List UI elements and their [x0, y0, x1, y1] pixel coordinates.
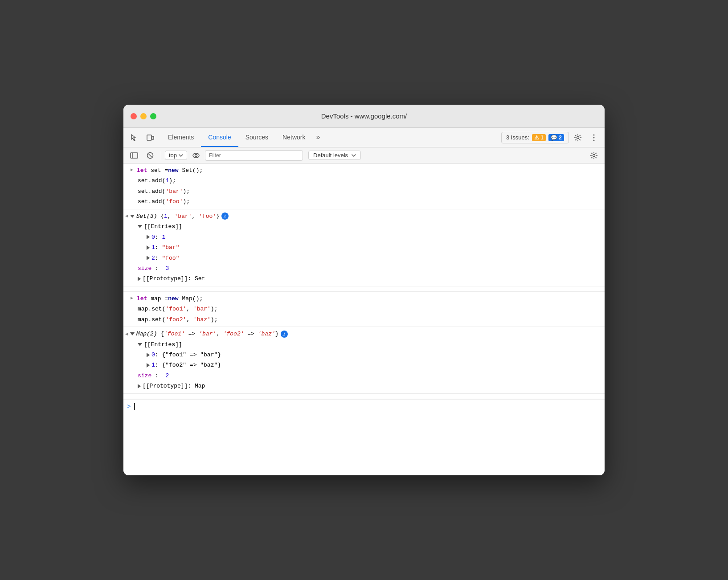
console-output[interactable]: ▶ let set = new Set(); set.add(1); set.a… [123, 163, 605, 475]
prototype-map-icon [138, 384, 141, 388]
context-label: top [169, 152, 177, 159]
entry-2[interactable]: 2 : "foo" [123, 253, 605, 263]
svg-rect-0 [147, 135, 151, 140]
dots-icon [590, 134, 598, 142]
context-dropdown[interactable]: top [165, 151, 187, 160]
svg-point-12 [593, 154, 595, 156]
map-entry-0-icon [147, 353, 150, 357]
console-settings-button[interactable] [587, 148, 601, 163]
devtools-window: DevTools - www.google.com/ Elements Cons [123, 105, 605, 475]
console-input-mapset1: map.set('foo1', 'bar'); [123, 304, 605, 314]
levels-dropdown[interactable]: Default levels [308, 151, 361, 160]
console-group-set: ▶ let set = new Set(); set.add(1); set.a… [123, 163, 605, 209]
inspect-cursor-button[interactable] [127, 131, 141, 145]
title-bar: DevTools - www.google.com/ [123, 105, 605, 128]
svg-point-11 [195, 154, 197, 156]
tab-bar: Elements Console Sources Network » 3 Iss… [123, 128, 605, 147]
svg-point-4 [593, 137, 595, 138]
prototype-set-icon [138, 277, 141, 281]
more-options-button[interactable] [587, 131, 601, 145]
cursor-blink [134, 403, 135, 410]
console-input-add2: set.add('bar'); [123, 186, 605, 196]
map-expand-icon [130, 332, 135, 335]
set-expand-icon [130, 215, 135, 218]
tab-console[interactable]: Console [201, 128, 238, 147]
maximize-button[interactable] [150, 113, 156, 119]
entry-2-icon [147, 256, 150, 260]
console-group-map: ▶ let map = new Map(); map.set('foo1', '… [123, 292, 605, 327]
console-input-set: ▶ let set = new Set(); [123, 165, 605, 176]
console-input-map: ▶ let map = new Map(); [123, 294, 605, 304]
main-tabs: Elements Console Sources Network » [161, 128, 501, 147]
svg-point-10 [193, 153, 199, 158]
entries-header[interactable]: [[Entries]] [123, 221, 605, 232]
close-button[interactable] [131, 113, 137, 119]
tab-network[interactable]: Network [275, 128, 312, 147]
console-toolbar: top Default levels [123, 147, 605, 163]
tab-bar-icons [127, 128, 157, 147]
separator-1 [161, 151, 161, 160]
map-entries-header[interactable]: [[Entries]] [123, 339, 605, 350]
console-input-mapset2: map.set('foo2', 'baz'); [123, 315, 605, 325]
settings-button[interactable] [571, 131, 585, 145]
cursor-icon [130, 134, 138, 142]
tab-bar-actions: 3 Issues: ⚠ 1 💬 2 [501, 128, 601, 147]
set-prototype[interactable]: [[Prototype]]: Set [123, 274, 605, 284]
chevron-down-icon [179, 154, 183, 157]
tab-elements[interactable]: Elements [161, 128, 201, 147]
map-entries-expand-icon [138, 343, 142, 346]
console-group-map-result: ◀ Map(2) { 'foo1' => 'bar' , 'foo2' => '… [123, 327, 605, 394]
entry-0-icon [147, 235, 150, 239]
spacer-1 [123, 286, 605, 292]
levels-chevron-icon [352, 154, 356, 157]
map-entry-1-icon [147, 363, 150, 368]
more-tabs-button[interactable]: » [312, 128, 323, 147]
issues-badge[interactable]: 3 Issues: ⚠ 1 💬 2 [501, 132, 569, 143]
issues-info-badge: 💬 2 [548, 134, 564, 141]
entry-1-icon [147, 245, 150, 250]
device-toggle-button[interactable] [143, 131, 157, 145]
svg-point-5 [593, 139, 595, 141]
prompt-symbol: > [127, 403, 131, 410]
info-icon-2[interactable]: i [281, 331, 288, 338]
map-prototype[interactable]: [[Prototype]]: Map [123, 381, 605, 391]
entry-1[interactable]: 1 : "bar" [123, 242, 605, 253]
console-input-add3: set.add('foo'); [123, 196, 605, 207]
filter-input[interactable] [205, 150, 303, 161]
console-prompt[interactable]: > [123, 399, 605, 414]
device-icon [146, 134, 154, 142]
minimize-button[interactable] [140, 113, 147, 119]
clear-icon [147, 152, 154, 159]
clear-console-button[interactable] [143, 148, 157, 163]
entries-expand-icon [138, 225, 142, 228]
entry-0[interactable]: 0 : 1 [123, 232, 605, 242]
map-entry-1[interactable]: 1 : {"foo2" => "baz"} [123, 360, 605, 370]
info-icon-1[interactable]: i [221, 212, 229, 220]
console-group-set-result: ◀ Set(3) { 1 , 'bar' , 'foo' } i [[Entri… [123, 209, 605, 286]
svg-line-9 [149, 154, 152, 157]
levels-label: Default levels [313, 152, 348, 159]
eye-icon [192, 152, 200, 159]
set-result-header[interactable]: ◀ Set(3) { 1 , 'bar' , 'foo' } i [123, 211, 605, 221]
set-size: size : 3 [123, 263, 605, 274]
map-entry-0[interactable]: 0 : {"foo1" => "bar"} [123, 350, 605, 360]
svg-point-3 [593, 134, 595, 135]
tab-sources[interactable]: Sources [238, 128, 275, 147]
sidebar-toggle-button[interactable] [127, 148, 141, 163]
traffic-lights [131, 113, 156, 119]
svg-point-2 [577, 136, 579, 139]
kw-let-1: let [137, 166, 147, 175]
svg-rect-6 [131, 153, 138, 158]
console-input-add1: set.add(1); [123, 176, 605, 186]
spacer-2 [123, 394, 605, 399]
gear-icon [574, 134, 582, 142]
eye-button[interactable] [189, 148, 203, 163]
svg-rect-1 [152, 136, 154, 139]
map-result-header[interactable]: ◀ Map(2) { 'foo1' => 'bar' , 'foo2' => '… [123, 329, 605, 339]
issues-label: 3 Issues: [506, 134, 529, 141]
issues-warn-badge: ⚠ 1 [532, 134, 546, 141]
window-title: DevTools - www.google.com/ [321, 112, 407, 120]
map-size: size : 2 [123, 371, 605, 381]
console-gear-icon [590, 151, 598, 159]
sidebar-icon [130, 152, 138, 159]
